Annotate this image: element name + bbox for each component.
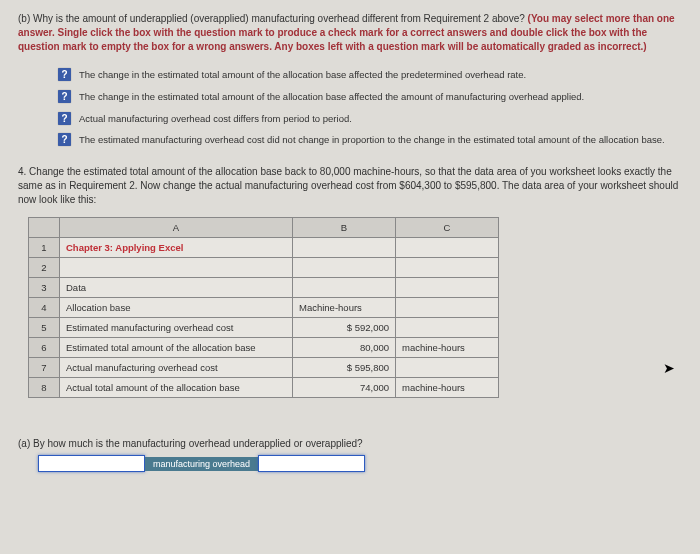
col-header: C [396, 218, 499, 238]
option-row: ? Actual manufacturing overhead cost dif… [58, 112, 682, 126]
cell [396, 258, 499, 278]
cell: Machine-hours [293, 298, 396, 318]
table-row: 3 Data [29, 278, 499, 298]
option-text: The change in the estimated total amount… [79, 90, 682, 104]
question-b-prefix: (b) Why is the amount of underapplied (o… [18, 13, 528, 24]
cell: $ 595,800 [293, 358, 396, 378]
option-row: ? The change in the estimated total amou… [58, 68, 682, 82]
cell [396, 238, 499, 258]
cell: Estimated total amount of the allocation… [60, 338, 293, 358]
cell: Allocation base [60, 298, 293, 318]
type-input[interactable] [258, 455, 365, 472]
corner-cell [29, 218, 60, 238]
checkbox-icon[interactable]: ? [58, 90, 71, 103]
cell [60, 258, 293, 278]
col-header: A [60, 218, 293, 238]
option-text: The estimated manufacturing overhead cos… [79, 133, 682, 147]
row-num: 7 [29, 358, 60, 378]
cell [396, 298, 499, 318]
cell: Actual total amount of the allocation ba… [60, 378, 293, 398]
options-list: ? The change in the estimated total amou… [58, 68, 682, 147]
row-num: 5 [29, 318, 60, 338]
row-num: 4 [29, 298, 60, 318]
amount-input[interactable] [38, 455, 145, 472]
cell: 74,000 [293, 378, 396, 398]
overhead-label: manufacturing overhead [145, 457, 258, 471]
col-header: B [293, 218, 396, 238]
row-num: 2 [29, 258, 60, 278]
row-num: 8 [29, 378, 60, 398]
option-row: ? The estimated manufacturing overhead c… [58, 133, 682, 147]
answer-row: manufacturing overhead [38, 455, 682, 472]
cell: machine-hours [396, 378, 499, 398]
cell: Actual manufacturing overhead cost [60, 358, 293, 378]
cell [293, 258, 396, 278]
cell: Chapter 3: Applying Excel [60, 238, 293, 258]
question-a-text: (a) By how much is the manufacturing ove… [18, 438, 682, 449]
table-row: 2 [29, 258, 499, 278]
table-row: 6 Estimated total amount of the allocati… [29, 338, 499, 358]
checkbox-icon[interactable]: ? [58, 112, 71, 125]
row-num: 3 [29, 278, 60, 298]
option-text: Actual manufacturing overhead cost diffe… [79, 112, 682, 126]
checkbox-icon[interactable]: ? [58, 133, 71, 146]
option-row: ? The change in the estimated total amou… [58, 90, 682, 104]
table-row: 1 Chapter 3: Applying Excel [29, 238, 499, 258]
table-row: 4 Allocation base Machine-hours [29, 298, 499, 318]
question-b-text: (b) Why is the amount of underapplied (o… [18, 12, 682, 54]
table-row: 8 Actual total amount of the allocation … [29, 378, 499, 398]
cell [293, 278, 396, 298]
cell [396, 278, 499, 298]
table-row: 7 Actual manufacturing overhead cost $ 5… [29, 358, 499, 378]
cell: Estimated manufacturing overhead cost [60, 318, 293, 338]
table-row: 5 Estimated manufacturing overhead cost … [29, 318, 499, 338]
cell: $ 592,000 [293, 318, 396, 338]
cell [293, 238, 396, 258]
cell: Data [60, 278, 293, 298]
row-num: 6 [29, 338, 60, 358]
cell: machine-hours [396, 338, 499, 358]
cell: 80,000 [293, 338, 396, 358]
question-4-text: 4. Change the estimated total amount of … [18, 165, 682, 207]
cell [396, 318, 499, 338]
option-text: The change in the estimated total amount… [79, 68, 682, 82]
cursor-icon: ➤ [663, 360, 675, 376]
cell [396, 358, 499, 378]
table-header-row: A B C [29, 218, 499, 238]
row-num: 1 [29, 238, 60, 258]
checkbox-icon[interactable]: ? [58, 68, 71, 81]
worksheet-table: A B C 1 Chapter 3: Applying Excel 2 3 Da… [28, 217, 499, 398]
